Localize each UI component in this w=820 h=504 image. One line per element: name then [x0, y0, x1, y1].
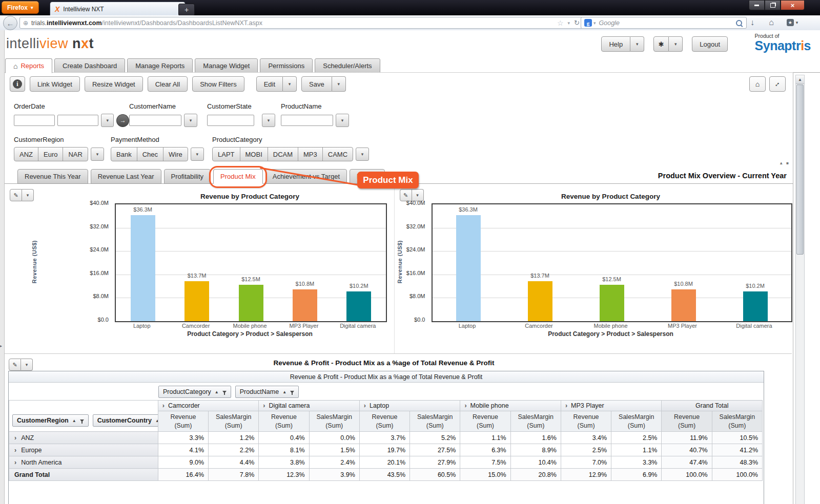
dashboard-home-button[interactable]: ⌂: [749, 76, 766, 92]
help-dropdown-button[interactable]: ▾: [630, 36, 644, 52]
filter-option-euro[interactable]: Euro: [38, 148, 63, 161]
customer-region-dropdown-button[interactable]: ▾: [91, 148, 104, 161]
expand-icon[interactable]: ›: [263, 402, 265, 409]
browser-tab[interactable]: X Intelliview NXT: [50, 2, 186, 16]
save-button[interactable]: Save: [301, 76, 332, 92]
window-scrollbar-thumb[interactable]: [796, 85, 804, 255]
bar-digital-camera[interactable]: [346, 291, 371, 321]
tab-reports[interactable]: ⌂Reports: [5, 58, 52, 73]
column-group-mobile-phone[interactable]: ›Mobile phone: [460, 401, 561, 411]
edit-button[interactable]: Edit: [256, 76, 283, 92]
expand-icon[interactable]: ›: [14, 434, 16, 442]
dashboard-tab-achievement-vs-target[interactable]: Achievement vs Target: [265, 169, 347, 184]
left-collapse-strip[interactable]: ▸: [0, 30, 5, 504]
bar-digital-camera[interactable]: [743, 291, 768, 321]
bar-camcorder[interactable]: [528, 281, 552, 321]
collapse-up-icon[interactable]: ▲: [779, 161, 783, 165]
bookmarks-button[interactable]: ★ ▾: [782, 16, 803, 29]
back-button[interactable]: ←: [3, 16, 17, 30]
search-engine-icon[interactable]: g: [584, 19, 592, 27]
apply-filter-button[interactable]: →: [116, 114, 129, 127]
filter-option-wire[interactable]: Wire: [163, 148, 188, 161]
bar-mp3-player[interactable]: [293, 289, 317, 321]
tab-manage-widget[interactable]: Manage Widget: [195, 58, 258, 73]
customer-state-input[interactable]: [207, 115, 254, 126]
expand-button[interactable]: ↕: [769, 76, 786, 92]
search-engine-dropdown-icon[interactable]: ▾: [593, 20, 596, 26]
bookmark-star-icon[interactable]: ☆: [557, 19, 564, 27]
column-group-laptop[interactable]: ›Laptop: [359, 401, 460, 411]
bar-laptop[interactable]: [456, 215, 481, 321]
filter-option-nar[interactable]: NAR: [63, 148, 87, 161]
settings-dropdown-button[interactable]: ▾: [669, 36, 683, 52]
help-button[interactable]: Help: [601, 36, 630, 52]
bar-mp3-player[interactable]: [671, 289, 696, 321]
column-group-digital-camera[interactable]: ›Digital camera: [259, 401, 360, 411]
field-button-productname[interactable]: ProductName▲: [235, 386, 299, 398]
url-bar[interactable]: ⊕ trials.intelliviewnxt.com/intelliviewn…: [19, 17, 583, 29]
resize-widget-button[interactable]: Resize Widget: [85, 76, 143, 92]
row-label-anz[interactable]: ›ANZ: [9, 432, 158, 444]
dashboard-tab-profitability[interactable]: Profitability: [164, 169, 211, 184]
column-group-camcorder[interactable]: ›Camcorder: [158, 401, 259, 411]
bar-mobile-phone[interactable]: [600, 285, 624, 321]
link-widget-button[interactable]: Link Widget: [30, 76, 80, 92]
minimize-button[interactable]: [749, 0, 765, 10]
field-button-customerregion[interactable]: CustomerRegion▲: [12, 414, 89, 427]
customer-name-dropdown-button[interactable]: ▾: [184, 114, 197, 127]
edit-dropdown-button[interactable]: ▾: [283, 76, 297, 92]
column-group-mp3-player[interactable]: ›MP3 Player: [561, 401, 662, 411]
row-label-north-america[interactable]: ›North America: [9, 456, 158, 469]
filter-option-lapt[interactable]: LAPT: [213, 148, 240, 161]
order-date-dropdown-button[interactable]: ▾: [101, 114, 114, 127]
firefox-menu-button[interactable]: Firefox ▾: [2, 1, 39, 14]
dashboard-tab-product-mix[interactable]: Product Mix: [213, 169, 263, 184]
close-button[interactable]: ×: [781, 0, 805, 10]
downloads-button[interactable]: ↓: [746, 16, 759, 29]
bar-mobile-phone[interactable]: [239, 285, 263, 321]
bar-camcorder[interactable]: [184, 281, 209, 321]
payment-method-dropdown-button[interactable]: ▾: [191, 148, 204, 161]
browser-home-button[interactable]: ⌂: [765, 16, 778, 29]
tab-permissions[interactable]: Permissions: [260, 58, 313, 73]
filter-option-dcam[interactable]: DCAM: [268, 148, 298, 161]
field-button-productcategory[interactable]: ProductCategory▲: [158, 386, 231, 398]
expand-icon[interactable]: ›: [162, 402, 165, 409]
filter-option-mobi[interactable]: MOBI: [240, 148, 268, 161]
customer-state-dropdown-button[interactable]: ▾: [262, 114, 275, 127]
expand-icon[interactable]: ›: [565, 402, 567, 409]
filter-option-chec[interactable]: Chec: [137, 148, 163, 161]
expand-icon[interactable]: ›: [14, 459, 16, 466]
tab-create-dashboard[interactable]: Create Dashboard: [54, 58, 125, 73]
window-scrollbar[interactable]: ▲: [795, 75, 805, 504]
column-group-grand-total[interactable]: Grand Total: [662, 401, 763, 411]
expand-icon[interactable]: ›: [464, 402, 466, 409]
expand-icon[interactable]: ›: [364, 402, 366, 409]
dashboard-tab-revenue-last-year[interactable]: Revenue Last Year: [91, 169, 161, 184]
scroll-up-icon[interactable]: ▲: [796, 75, 804, 84]
show-filters-button[interactable]: Show Filters: [192, 76, 244, 92]
order-date-from-input[interactable]: [14, 115, 55, 126]
search-icon[interactable]: [736, 20, 742, 26]
customer-name-input[interactable]: [129, 115, 181, 126]
info-button[interactable]: i: [10, 76, 25, 92]
filter-option-anz[interactable]: ANZ: [14, 148, 38, 161]
dashboard-tab-revenue-this-year[interactable]: Revenue This Year: [17, 169, 88, 184]
expand-icon[interactable]: ›: [14, 447, 16, 454]
tab-scheduler-alerts[interactable]: Scheduler/Alerts: [315, 58, 380, 73]
new-tab-button[interactable]: +: [178, 4, 195, 16]
restore-button[interactable]: [765, 0, 781, 10]
filter-option-mp3[interactable]: MP3: [298, 148, 323, 161]
logout-button[interactable]: Logout: [692, 36, 728, 52]
clear-all-button[interactable]: Clear All: [148, 76, 188, 92]
product-name-input[interactable]: [281, 115, 333, 126]
search-box[interactable]: g ▾ Google: [581, 17, 747, 29]
widget-menu-button[interactable]: ▾: [22, 189, 34, 201]
url-dropdown-icon[interactable]: ▾: [568, 20, 570, 26]
tab-manage-reports[interactable]: Manage Reports: [127, 58, 193, 73]
row-label-europe[interactable]: ›Europe: [9, 444, 158, 456]
order-date-to-input[interactable]: [57, 115, 98, 126]
settings-button[interactable]: ✱: [653, 36, 669, 52]
filter-option-camc[interactable]: CAMC: [323, 148, 353, 161]
filter-option-bank[interactable]: Bank: [111, 148, 137, 161]
